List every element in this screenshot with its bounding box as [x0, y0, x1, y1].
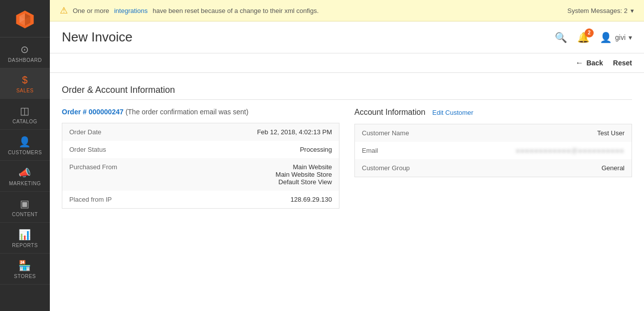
purchased-from-value: Main Website Main Website Store Default …: [187, 158, 339, 191]
section-title: Order & Account Information: [62, 85, 632, 100]
sidebar-item-marketing[interactable]: 📣 MARKETING: [0, 161, 50, 192]
two-column-layout: Order # 000000247 (The order confirmatio…: [62, 108, 632, 209]
customers-icon: 👤: [18, 136, 31, 148]
system-messages-chevron: ▾: [631, 7, 634, 14]
sidebar-item-content[interactable]: ▣ CONTENT: [0, 192, 50, 223]
dashboard-icon: ⊙: [20, 43, 29, 55]
email-blurred: ●●●●●●●●●●●●@●●●●●●●●●●: [516, 147, 625, 154]
store-website: Main Website: [194, 163, 332, 171]
user-avatar-icon: 👤: [600, 31, 612, 43]
order-header: Order # 000000247 (The order confirmatio…: [62, 108, 339, 116]
sidebar: ⊙ DASHBOARD $ SALES ◫ CATALOG 👤 CUSTOMER…: [0, 0, 50, 311]
sidebar-item-catalog[interactable]: ◫ CATALOG: [0, 99, 50, 130]
reset-button[interactable]: Reset: [613, 59, 632, 67]
placed-from-ip-value: 128.69.29.130: [187, 191, 339, 209]
marketing-icon: 📣: [18, 167, 31, 179]
content-area: Order & Account Information Order # 0000…: [50, 73, 644, 311]
customer-group-value: General: [466, 159, 632, 177]
sidebar-item-reports[interactable]: 📊 REPORTS: [0, 223, 50, 254]
sidebar-item-stores[interactable]: 🏪 STORES: [0, 254, 50, 285]
order-info-table: Order Date Feb 12, 2018, 4:02:13 PM Orde…: [62, 123, 339, 209]
table-row: Email ●●●●●●●●●●●●@●●●●●●●●●●: [355, 142, 632, 159]
page-header: New Invoice 🔍 🔔 2 👤 givi ▾: [50, 21, 644, 53]
reports-icon: 📊: [18, 229, 31, 241]
table-row: Placed from IP 128.69.29.130: [62, 191, 339, 209]
account-info-table: Customer Name Test User Email ●●●●●●●●●●…: [354, 124, 632, 177]
notification-badge: 2: [585, 28, 594, 37]
back-label: Back: [586, 59, 603, 67]
email-value: ●●●●●●●●●●●●@●●●●●●●●●●: [466, 142, 632, 159]
store-view: Default Store View: [194, 178, 332, 186]
customer-name-value: Test User: [466, 124, 632, 142]
table-row: Order Date Feb 12, 2018, 4:02:13 PM: [62, 123, 339, 141]
system-message-text: ⚠ One or more integrations have been res…: [60, 5, 319, 16]
sidebar-item-label: REPORTS: [12, 243, 38, 248]
sidebar-item-sales[interactable]: $ SALES: [0, 68, 50, 99]
sidebar-item-label: CONTENT: [12, 212, 38, 217]
reset-label: Reset: [613, 59, 632, 67]
back-button[interactable]: ← Back: [575, 58, 603, 67]
table-row: Customer Group General: [355, 159, 632, 177]
toolbar: ← Back Reset: [50, 53, 644, 73]
customer-group-label: Customer Group: [355, 159, 466, 177]
customer-name-label: Customer Name: [355, 124, 466, 142]
order-info-column: Order # 000000247 (The order confirmatio…: [62, 108, 339, 209]
sidebar-item-dashboard[interactable]: ⊙ DASHBOARD: [0, 37, 50, 68]
search-icon[interactable]: 🔍: [555, 31, 567, 43]
account-header: Account Information Edit Customer: [354, 108, 632, 117]
order-status-value: Processing: [187, 141, 339, 158]
system-message-after: have been reset because of a change to t…: [153, 7, 319, 14]
sidebar-item-label: CUSTOMERS: [8, 150, 42, 155]
order-status-label: Order Status: [62, 141, 187, 158]
page-title: New Invoice: [62, 29, 133, 45]
sidebar-item-label: STORES: [14, 274, 36, 279]
sidebar-item-label: CATALOG: [12, 119, 37, 124]
order-note: (The order confirmation email was sent): [126, 108, 249, 116]
placed-from-ip-label: Placed from IP: [62, 191, 187, 209]
system-message-bar: ⚠ One or more integrations have been res…: [50, 0, 644, 21]
header-actions: 🔍 🔔 2 👤 givi ▾: [555, 31, 632, 43]
system-messages-label: System Messages: 2: [567, 7, 628, 14]
account-info-title: Account Information: [354, 108, 425, 117]
order-number-link[interactable]: Order # 000000247: [62, 108, 124, 116]
table-row: Order Status Processing: [62, 141, 339, 158]
email-label: Email: [355, 142, 466, 159]
sidebar-item-label: SALES: [16, 88, 34, 93]
catalog-icon: ◫: [20, 105, 30, 117]
table-row: Purchased From Main Website Main Website…: [62, 158, 339, 191]
store-name: Main Website Store: [194, 171, 332, 178]
system-message-link[interactable]: integrations: [114, 7, 148, 14]
order-date-value: Feb 12, 2018, 4:02:13 PM: [187, 123, 339, 141]
account-info-column: Account Information Edit Customer Custom…: [354, 108, 632, 209]
system-messages-dropdown[interactable]: System Messages: 2 ▾: [567, 7, 634, 14]
logo: [0, 0, 50, 37]
order-date-label: Order Date: [62, 123, 187, 141]
content-icon: ▣: [20, 198, 30, 210]
warning-icon: ⚠: [60, 5, 68, 16]
edit-customer-link[interactable]: Edit Customer: [432, 109, 473, 116]
sidebar-item-label: MARKETING: [9, 181, 41, 186]
system-message-before: One or more: [73, 7, 109, 14]
user-name: givi: [615, 33, 626, 41]
sales-icon: $: [22, 74, 28, 86]
notification-bell[interactable]: 🔔 2: [577, 31, 590, 43]
sidebar-item-label: DASHBOARD: [8, 57, 42, 63]
sidebar-item-customers[interactable]: 👤 CUSTOMERS: [0, 130, 50, 161]
purchased-from-label: Purchased From: [62, 158, 187, 191]
user-menu[interactable]: 👤 givi ▾: [600, 31, 632, 43]
user-dropdown-icon: ▾: [629, 33, 632, 41]
back-icon: ←: [575, 58, 583, 67]
stores-icon: 🏪: [18, 260, 31, 272]
table-row: Customer Name Test User: [355, 124, 632, 142]
main-content: ⚠ One or more integrations have been res…: [50, 0, 644, 311]
